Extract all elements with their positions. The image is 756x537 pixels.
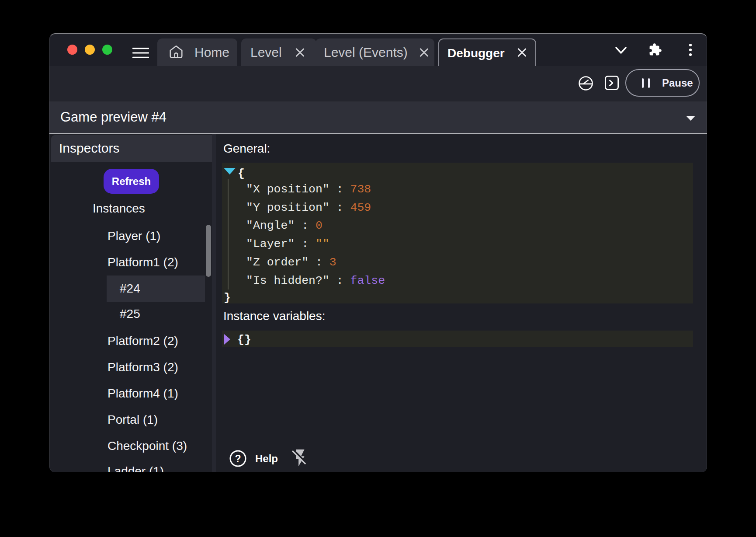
svg-text:?: ? [235, 453, 241, 464]
